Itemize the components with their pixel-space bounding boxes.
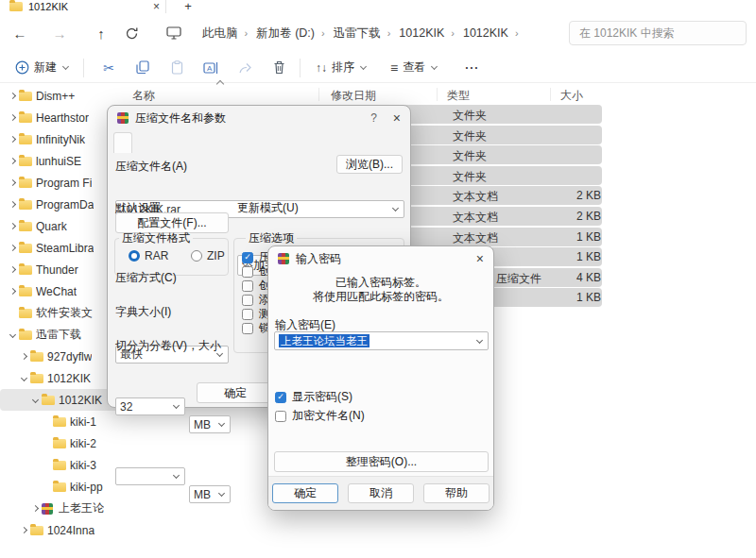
dialog-tab[interactable] <box>113 132 132 153</box>
help-button[interactable]: 帮助 <box>423 483 490 503</box>
sidebar-tree-item[interactable]: SteamLibra <box>0 237 121 259</box>
tree-chevron-icon[interactable] <box>6 180 19 185</box>
tree-chevron-icon[interactable] <box>6 159 19 163</box>
folder-icon <box>53 417 70 427</box>
up-button[interactable]: ↑ <box>87 25 115 42</box>
column-divider[interactable] <box>437 88 438 101</box>
dialog-tab[interactable] <box>189 132 208 153</box>
password-combobox[interactable]: 上老王论坛当老王 <box>274 331 489 350</box>
rename-icon[interactable]: A <box>198 61 224 75</box>
sidebar-tree-item[interactable]: kiki-3 <box>0 454 121 476</box>
explorer-tab[interactable]: 1012KIK × <box>4 0 166 13</box>
format-radio[interactable]: RAR <box>129 249 168 262</box>
tree-chevron-icon[interactable] <box>6 245 19 250</box>
dialog-tab[interactable] <box>227 132 246 153</box>
tree-chevron-icon[interactable] <box>6 115 19 120</box>
refresh-icon[interactable] <box>125 26 153 41</box>
tree-chevron-icon[interactable] <box>28 506 42 511</box>
encrypt-filenames-checkbox[interactable]: 加密文件名(N) <box>275 409 365 423</box>
tree-chevron-icon[interactable] <box>6 137 19 142</box>
more-options-button[interactable]: ··· <box>457 58 487 78</box>
cut-icon[interactable]: ✂ <box>95 60 122 76</box>
tree-chevron-icon[interactable] <box>40 484 53 489</box>
sidebar-tree-item[interactable]: lunhuiSE <box>0 150 121 172</box>
column-divider[interactable] <box>550 88 551 101</box>
copy-icon[interactable] <box>129 60 156 75</box>
tree-chevron-icon[interactable] <box>6 311 19 315</box>
file-size-cell: 1 KB <box>508 291 601 304</box>
format-radio[interactable]: ZIP <box>191 249 225 262</box>
column-name[interactable]: 名称 <box>132 88 155 104</box>
dictionary-unit-combobox[interactable]: MB <box>189 415 231 433</box>
share-icon[interactable] <box>232 61 258 75</box>
tree-chevron-icon[interactable] <box>6 224 19 228</box>
forward-button[interactable]: → <box>45 25 74 42</box>
tree-chevron-icon[interactable] <box>6 267 19 272</box>
sidebar-item-label: 迅雷下载 <box>36 327 81 343</box>
ok-button[interactable]: 确定 <box>272 483 338 503</box>
close-icon[interactable]: × <box>476 251 484 266</box>
breadcrumb-item[interactable]: 此电脑 <box>197 24 244 43</box>
column-date-modified[interactable]: 修改日期 <box>331 88 376 104</box>
sidebar-tree-item[interactable]: 927dyflw <box>0 346 121 367</box>
breadcrumb-item[interactable]: 迅雷下载 <box>328 24 387 43</box>
cancel-button[interactable]: 取消 <box>348 483 414 503</box>
tree-chevron-icon[interactable] <box>40 419 53 424</box>
ok-button[interactable]: 确定 <box>197 382 274 403</box>
new-button[interactable]: 新建 <box>8 56 76 79</box>
sidebar-tree-item[interactable]: WeChat <box>0 280 121 302</box>
tree-chevron-icon[interactable] <box>6 332 19 337</box>
sidebar-tree-item[interactable]: kiki-2 <box>0 432 121 454</box>
sidebar-tree-item[interactable]: 软件安装文 <box>0 302 121 324</box>
back-button[interactable]: ← <box>6 25 34 42</box>
tree-chevron-icon[interactable] <box>6 202 19 207</box>
sidebar-tree-item[interactable]: 迅雷下载 <box>0 324 121 346</box>
tree-chevron-icon[interactable] <box>17 376 30 380</box>
column-divider[interactable] <box>318 88 319 101</box>
sidebar-tree-item[interactable]: Hearthstor <box>0 107 121 128</box>
sidebar-tree-item[interactable]: kiki-pp <box>0 476 121 498</box>
sidebar-tree-item[interactable]: 1024Inna <box>0 519 121 541</box>
organize-passwords-button[interactable]: 整理密码(O)... <box>274 451 489 472</box>
tree-chevron-icon[interactable] <box>40 463 53 467</box>
browse-button[interactable]: 浏览(B)... <box>336 155 403 174</box>
breadcrumb-item[interactable]: 新加卷 (D:) <box>250 24 320 43</box>
sidebar-tree-item[interactable]: Program Fi <box>0 172 121 194</box>
dialog-tab[interactable] <box>132 132 151 153</box>
show-password-checkbox[interactable]: ✓ 显示密码(S) <box>275 390 352 404</box>
tree-chevron-icon[interactable] <box>28 397 42 402</box>
dialog-tab[interactable] <box>170 132 189 153</box>
tree-chevron-icon[interactable] <box>6 289 19 294</box>
sidebar-tree-item[interactable]: Quark <box>0 215 121 237</box>
tree-chevron-icon[interactable] <box>40 441 53 446</box>
sidebar-tree-item[interactable]: ProgramDa <box>0 194 121 215</box>
column-type[interactable]: 类型 <box>447 88 470 104</box>
sidebar-tree-item[interactable]: InfinityNik <box>0 128 121 150</box>
breadcrumb-item[interactable]: 1012KIK <box>393 25 450 42</box>
split-size-combobox[interactable] <box>115 467 185 485</box>
dictionary-size-combobox[interactable]: 32 <box>115 397 185 415</box>
sidebar-tree-item[interactable]: Dism++ <box>0 85 121 107</box>
close-icon[interactable]: × <box>393 110 401 126</box>
tree-chevron-icon[interactable] <box>17 354 30 359</box>
split-unit-combobox[interactable]: MB <box>189 485 231 503</box>
search-input[interactable]: 在 1012KIK 中搜索 <box>569 21 747 45</box>
sidebar-tree-item[interactable]: Thunder <box>0 259 121 280</box>
dialog-tab[interactable] <box>208 132 227 153</box>
sort-button[interactable]: ↑↓ 排序 <box>308 56 373 79</box>
sidebar-tree-item[interactable]: 上老王论 <box>0 498 121 519</box>
help-icon[interactable]: ? <box>370 111 377 125</box>
paste-icon[interactable] <box>163 60 190 75</box>
sidebar-tree-item[interactable]: 1012KIK <box>0 389 121 411</box>
breadcrumb-item[interactable]: 1012KIK <box>457 25 514 42</box>
new-tab-button[interactable]: + <box>178 0 198 13</box>
tree-chevron-icon[interactable] <box>6 93 19 98</box>
tree-chevron-icon[interactable] <box>17 528 30 533</box>
column-size[interactable]: 大小 <box>560 88 583 104</box>
sidebar-tree-item[interactable]: 1012KIK <box>0 367 121 389</box>
sidebar-tree-item[interactable]: kiki-1 <box>0 411 121 432</box>
view-button[interactable]: ≡ 查看 <box>383 56 444 79</box>
close-tab-icon[interactable]: × <box>153 1 160 12</box>
delete-icon[interactable] <box>266 60 292 75</box>
dialog-tab[interactable] <box>151 132 170 153</box>
